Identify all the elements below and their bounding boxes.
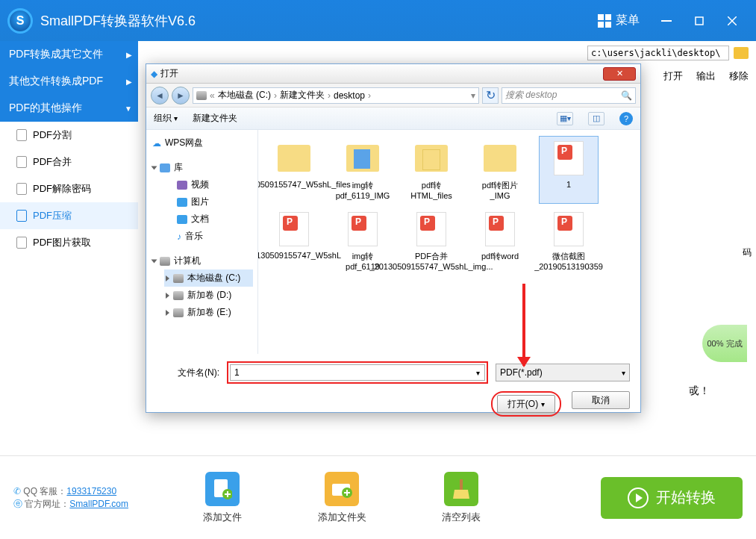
file-item[interactable]: 1 [539, 136, 599, 204]
play-icon [628, 487, 649, 508]
sidebar: PDF转换成其它文件▶ 其他文件转换成PDF▶ PDF的其他操作▼ PDF分割 … [0, 41, 138, 455]
folder-icon [346, 145, 379, 172]
search-icon: 🔍 [621, 90, 632, 101]
sidebar-item-compress[interactable]: PDF压缩 [0, 202, 138, 229]
tree-documents[interactable]: 文档 [164, 211, 253, 228]
app-title: SmallPDF转换器软件V6.6 [40, 12, 196, 30]
site-link[interactable]: SmallPDF.com [69, 499, 128, 509]
file-plus-icon [205, 472, 240, 506]
file-item[interactable]: pdf转图片_IMG [470, 136, 530, 204]
open-button[interactable]: 打开(O) ▾ [497, 395, 555, 413]
file-name: pdf转图片_IMG [474, 180, 526, 200]
refresh-button[interactable]: ↻ [482, 87, 499, 104]
folder-icon [415, 145, 448, 172]
file-item[interactable]: PDF合并_20130509155747_W5shL_img... [402, 207, 461, 275]
close-button[interactable] [716, 10, 749, 32]
dialog-close-button[interactable]: ✕ [603, 67, 636, 81]
tree-drive-e[interactable]: 新加卷 (E:) [164, 304, 253, 321]
tree-videos[interactable]: 视频 [164, 176, 253, 193]
svg-rect-1 [696, 17, 703, 25]
search-input[interactable]: 搜索 desktop 🔍 [502, 87, 636, 104]
pdf-icon [416, 212, 446, 246]
action-output[interactable]: 输出 [696, 69, 716, 83]
sidebar-category-2[interactable]: PDF的其他操作▼ [0, 95, 138, 122]
tree-drive-c[interactable]: 本地磁盘 (C:) [164, 270, 253, 287]
file-item[interactable]: 20130509155747_W5shL [264, 207, 324, 275]
folder-plus-icon [325, 472, 359, 506]
pdf-icon [16, 237, 27, 249]
sidebar-category-0[interactable]: PDF转换成其它文件▶ [0, 41, 138, 68]
sidebar-category-1[interactable]: 其他文件转换成PDF▶ [0, 68, 138, 95]
qq-label: QQ 客服： [23, 486, 66, 496]
pdf-icon [554, 212, 584, 246]
forward-button[interactable]: ► [172, 87, 190, 105]
file-name: pdf转HTML_files [405, 180, 457, 200]
dialog-title: 打开 [160, 67, 178, 80]
maximize-button[interactable] [683, 10, 716, 32]
action-open[interactable]: 打开 [663, 69, 683, 83]
sidebar-item-unlock[interactable]: PDF解除密码 [0, 175, 138, 202]
file-item[interactable]: 微信截图_20190513190359 [539, 207, 599, 275]
pdf-icon [16, 183, 27, 195]
address-bar[interactable]: « 本地磁盘 (C:)› 新建文件夹› desktop› ▾ [193, 87, 479, 104]
app-titlebar: S SmallPDF转换器软件V6.6 菜单 [0, 0, 756, 41]
new-folder-button[interactable]: 新建文件夹 [193, 112, 237, 125]
qq-link[interactable]: 1933175230 [66, 486, 116, 496]
cancel-button[interactable]: 取消 [572, 391, 630, 409]
music-icon: ♪ [177, 231, 181, 242]
tree-computer[interactable]: 计算机 [151, 252, 253, 270]
annotation-arrow [522, 284, 525, 366]
minimize-button[interactable] [650, 10, 683, 32]
tree-drive-d[interactable]: 新加卷 (D:) [164, 287, 253, 304]
disk-icon [196, 91, 207, 100]
disk-icon [173, 291, 184, 300]
file-item[interactable]: pdf转HTML_files [402, 136, 461, 204]
add-folder-button[interactable]: 添加文件夹 [282, 472, 402, 524]
output-path-input[interactable] [587, 46, 729, 60]
view-mode-button[interactable]: ▦ ▾ [557, 112, 573, 125]
folder-icon [278, 145, 310, 172]
open-button-highlight: 打开(O) ▾ [491, 391, 561, 417]
broom-icon [444, 472, 478, 506]
pdf-icon [554, 141, 584, 175]
file-item[interactable]: pdf转word [470, 207, 530, 275]
pdf-icon [348, 212, 378, 246]
preview-pane-button[interactable]: ◫ [588, 112, 605, 125]
file-item[interactable]: img转pdf_6119_IMG [333, 136, 393, 204]
video-icon [177, 181, 187, 190]
start-convert-button[interactable]: 开始转换 [601, 477, 743, 519]
tree-pictures[interactable]: 图片 [164, 193, 253, 211]
pdf-icon [485, 212, 515, 246]
filename-input[interactable] [230, 364, 472, 381]
progress-badge: 00% 完成 [702, 325, 747, 362]
help-icon[interactable]: ? [619, 112, 633, 125]
disk-icon [173, 308, 184, 317]
file-type-select[interactable]: PDF(*.pdf)▾ [496, 364, 630, 381]
pdf-icon [16, 156, 27, 168]
pdf-icon [16, 210, 27, 222]
sidebar-item-extract-images[interactable]: PDF图片获取 [0, 229, 138, 256]
sidebar-item-merge[interactable]: PDF合并 [0, 149, 138, 175]
back-button[interactable]: ◄ [151, 87, 169, 105]
file-name: 微信截图_20190513190359 [534, 251, 603, 271]
menu-button[interactable]: 菜单 [587, 13, 650, 28]
file-item[interactable]: 20130509155747_W5shL_files [264, 136, 324, 204]
file-list: 20130509155747_W5shL_filesimg转pdf_6119_I… [258, 130, 640, 354]
action-remove[interactable]: 移除 [729, 69, 749, 83]
browse-folder-icon[interactable] [734, 47, 749, 59]
picture-icon [177, 198, 187, 207]
filename-dropdown[interactable]: ▾ [472, 364, 485, 381]
tree-wps[interactable]: ☁WPS网盘 [151, 134, 253, 152]
tree-music[interactable]: ♪音乐 [164, 228, 253, 245]
tree-libraries[interactable]: 库 [151, 159, 253, 176]
grid-icon [598, 14, 611, 28]
dialog-toolbar: 组织 ▾ 新建文件夹 ▦ ▾ ◫ ? [146, 108, 640, 130]
filename-highlight: ▾ [227, 361, 488, 384]
disk-icon [173, 274, 184, 283]
hint-fragment: 码 [743, 246, 752, 259]
add-file-button[interactable]: 添加文件 [163, 472, 282, 524]
sidebar-item-split[interactable]: PDF分割 [0, 122, 138, 149]
organize-menu[interactable]: 组织 ▾ [154, 112, 178, 125]
clear-list-button[interactable]: 清空列表 [402, 472, 521, 524]
app-logo: S [7, 8, 33, 34]
